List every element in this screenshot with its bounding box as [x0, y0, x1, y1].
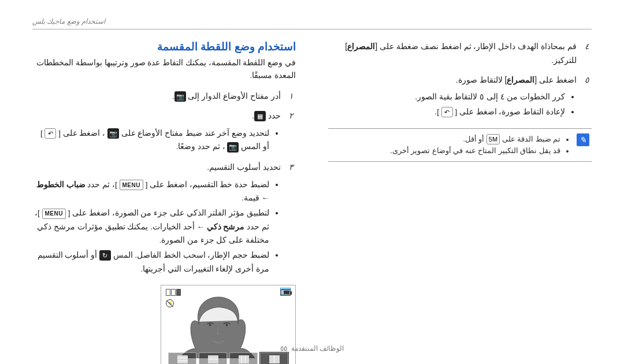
bullet: لتطبيق مؤثر الفلتر الذكي على جزء من الصو… — [32, 206, 269, 247]
camera-mode-icon: 📷 — [107, 128, 119, 139]
step-3: ٣ تحديد أسلوب التقسيم. لضبط حدة خط التقس… — [32, 161, 296, 277]
intro-text: في وضع اللقطة المقسمة، يمكنك التقاط عدة … — [32, 57, 296, 81]
back-icon: ↶ — [44, 128, 56, 139]
note-item: تم ضبط الدقة على 5M أو أقل. — [390, 133, 560, 145]
step-number: ٣ — [287, 162, 296, 172]
note-item: قد يقل نطاق التكبير المتاح عنه في أوضاع … — [390, 145, 560, 157]
battery-icon — [280, 289, 291, 295]
step-1: ١ أدر مفتاح الأوضاع الدوار إلى 📷. — [32, 90, 296, 103]
divider — [32, 29, 592, 29]
step-number: ٥ — [582, 75, 592, 84]
bullet: لضبط حجم الإطار، اسحب الخط الفاصل. المس … — [32, 248, 269, 276]
split-opt-2x1[interactable]: 2 x 1 — [260, 352, 288, 364]
svg-point-0 — [209, 324, 211, 326]
breadcrumb: استخدام وضع ماجيك بلس — [32, 17, 592, 25]
bullet: كرر الخطوات من ٤ إلى ٥ لالتقاط بقية الصو… — [328, 90, 565, 104]
step-text: حدد — [266, 111, 281, 120]
step-text: أدر مفتاح الأوضاع الدوار إلى — [186, 91, 281, 101]
bullet: لتحديد وضع آخر عند ضبط مفتاح الأوضاع على… — [32, 127, 269, 154]
flash-off-icon — [166, 299, 174, 307]
storage-icon — [166, 289, 181, 296]
loop-icon: ↻ — [99, 250, 111, 261]
svg-point-1 — [226, 324, 228, 326]
step-text: تحديد أسلوب التقسيم. — [207, 162, 281, 172]
back-icon: ↶ — [441, 107, 453, 117]
menu-button-label: MENU — [42, 209, 66, 219]
step-number: ٢ — [287, 111, 296, 120]
step-4: ٤ قم بمحاذاة الهدف داخل الإطار، ثم اضغط … — [328, 40, 592, 68]
section-title: استخدام وضع اللقطة المقسمة — [32, 40, 296, 53]
menu-button-label: MENU — [120, 180, 143, 190]
camera-mode-icon: 📷 — [227, 142, 239, 153]
note-box: ✎ تم ضبط الدقة على 5M أو أقل. قد يقل نطا… — [328, 128, 592, 162]
camera-mode-icon: 📷 — [174, 91, 186, 102]
page-footer: الوظائف المنتقدمة ٥٥ — [0, 344, 624, 352]
step-number: ١ — [287, 91, 296, 101]
resolution-badge: 5M — [486, 134, 500, 144]
split-opt-1x3[interactable]: 1 x 3 — [168, 352, 196, 364]
split-opt-3x1[interactable]: 3 x 1 — [229, 352, 258, 364]
bullet: لضبط حدة خط التقسيم، اضغط على [ MENU ]، … — [32, 178, 269, 205]
step-5: ٥ اضغط على [المصراع] لالتقاط صورة. كرر ا… — [328, 73, 592, 120]
step-number: ٤ — [582, 42, 592, 51]
bullet: لإعادة التقاط صورة، اضغط على [ ↶ ]. — [328, 105, 565, 119]
note-icon: ✎ — [577, 133, 589, 146]
split-opt-1x2[interactable]: 1 x 2 — [199, 352, 227, 364]
split-mode-icon: ▦ — [254, 111, 266, 121]
right-column: استخدام وضع اللقطة المقسمة في وضع اللقطة… — [32, 40, 299, 364]
left-column: ٤ قم بمحاذاة الهدف داخل الإطار، ثم اضغط … — [325, 40, 592, 364]
split-options: 2 x 1 3 x 1 1 x 2 1 x 3 — [168, 352, 288, 364]
step-2: ٢ حدد ▦. لتحديد وضع آخر عند ضبط مفتاح ال… — [32, 109, 296, 155]
